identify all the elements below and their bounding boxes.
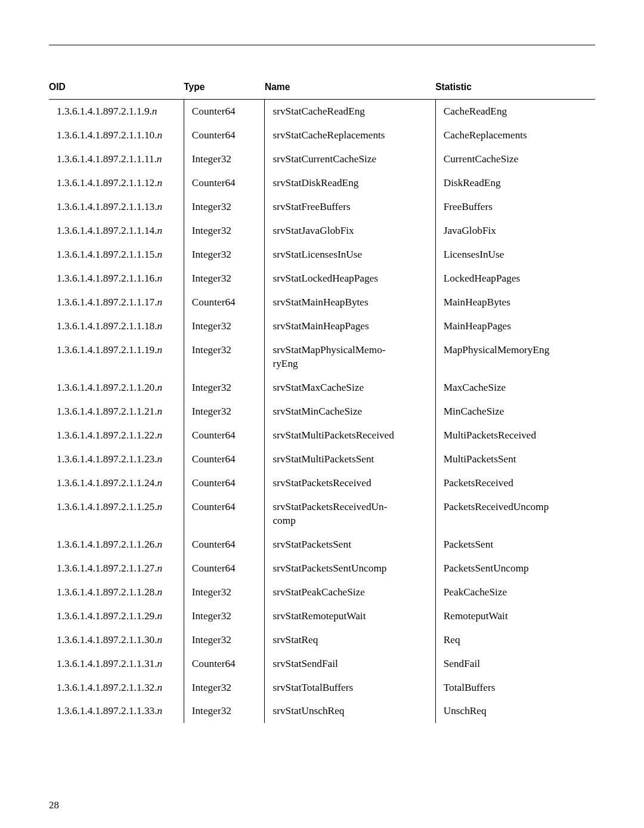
oid-suffix: n: [157, 225, 163, 236]
oid-prefix: 1.3.6.1.4.1.897.2.1.1.14.: [57, 225, 157, 236]
type-cell: Integer32: [184, 195, 265, 219]
oid-cell: 1.3.6.1.4.1.897.2.1.1.16.n: [49, 267, 184, 291]
type-cell: Counter64: [184, 471, 265, 495]
statistic-cell: LicensesInUse: [435, 243, 595, 267]
table-row: 1.3.6.1.4.1.897.2.1.1.16.nInteger32srvSt…: [49, 267, 595, 291]
table-row: 1.3.6.1.4.1.897.2.1.1.29.nInteger32srvSt…: [49, 604, 595, 628]
oid-prefix: 1.3.6.1.4.1.897.2.1.1.21.: [57, 406, 157, 417]
statistic-cell: CacheReadEng: [435, 100, 595, 123]
statistic-cell: MultiPacketsSent: [435, 447, 595, 471]
name-cell: srvStatMaxCacheSize: [265, 376, 435, 400]
table-row: 1.3.6.1.4.1.897.2.1.1.18.nInteger32srvSt…: [49, 314, 595, 338]
table-row: 1.3.6.1.4.1.897.2.1.1.9.nCounter64srvSta…: [49, 100, 595, 123]
oid-prefix: 1.3.6.1.4.1.897.2.1.1.27.: [57, 563, 157, 574]
name-cell: srvStatFreeBuffers: [265, 195, 435, 219]
type-cell: Integer32: [184, 219, 265, 243]
oid-cell: 1.3.6.1.4.1.897.2.1.1.29.n: [49, 604, 184, 628]
name-cell: srvStatPacketsReceived: [265, 471, 435, 495]
oid-suffix: n: [157, 153, 162, 165]
oid-prefix: 1.3.6.1.4.1.897.2.1.1.15.: [57, 249, 157, 260]
name-cell: srvStatPeakCacheSize: [265, 580, 435, 604]
name-cell: srvStatTotalBuffers: [265, 675, 435, 699]
oid-prefix: 1.3.6.1.4.1.897.2.1.1.26.: [57, 539, 157, 550]
header-stat: Statistic: [435, 78, 595, 100]
statistic-cell: LockedHeapPages: [435, 267, 595, 291]
header-type: Type: [184, 78, 265, 100]
oid-prefix: 1.3.6.1.4.1.897.2.1.1.31.: [57, 658, 157, 669]
table-row: 1.3.6.1.4.1.897.2.1.1.14.nInteger32srvSt…: [49, 219, 595, 243]
oid-prefix: 1.3.6.1.4.1.897.2.1.1.9.: [57, 106, 152, 117]
type-cell: Counter64: [184, 123, 265, 147]
name-cell: srvStatMainHeapPages: [265, 314, 435, 338]
oid-suffix: n: [157, 453, 163, 465]
table-row: 1.3.6.1.4.1.897.2.1.1.33.nInteger32srvSt…: [49, 699, 595, 723]
statistic-cell: DiskReadEng: [435, 171, 595, 195]
oid-suffix: n: [157, 177, 163, 189]
statistic-cell: PacketsReceivedUncomp: [435, 495, 595, 532]
name-cell: srvStatMultiPacketsSent: [265, 447, 435, 471]
table-row: 1.3.6.1.4.1.897.2.1.1.10.nCounter64srvSt…: [49, 123, 595, 147]
statistic-cell: RemoteputWait: [435, 604, 595, 628]
oid-prefix: 1.3.6.1.4.1.897.2.1.1.29.: [57, 610, 157, 622]
type-cell: Counter64: [184, 447, 265, 471]
oid-cell: 1.3.6.1.4.1.897.2.1.1.15.n: [49, 243, 184, 267]
statistic-cell: PacketsSentUncomp: [435, 557, 595, 580]
table-row: 1.3.6.1.4.1.897.2.1.1.24.nCounter64srvSt…: [49, 471, 595, 495]
oid-cell: 1.3.6.1.4.1.897.2.1.1.10.n: [49, 123, 184, 147]
oid-prefix: 1.3.6.1.4.1.897.2.1.1.13.: [57, 201, 157, 212]
name-cell: srvStatMapPhysicalMemo- ryEng: [265, 338, 435, 375]
oid-prefix: 1.3.6.1.4.1.897.2.1.1.24.: [57, 477, 157, 489]
oid-suffix: n: [157, 201, 163, 212]
oid-suffix: n: [157, 634, 163, 645]
type-cell: Integer32: [184, 580, 265, 604]
statistic-cell: MainHeapPages: [435, 314, 595, 338]
oid-prefix: 1.3.6.1.4.1.897.2.1.1.16.: [57, 273, 157, 284]
oid-suffix: n: [157, 129, 163, 141]
name-cell: srvStatCacheReadEng: [265, 100, 435, 123]
oid-suffix: n: [152, 106, 157, 117]
name-cell: srvStatRemoteputWait: [265, 604, 435, 628]
type-cell: Integer32: [184, 147, 265, 171]
table-row: 1.3.6.1.4.1.897.2.1.1.31.nCounter64srvSt…: [49, 651, 595, 675]
oid-cell: 1.3.6.1.4.1.897.2.1.1.21.n: [49, 400, 184, 424]
table-row: 1.3.6.1.4.1.897.2.1.1.21.nInteger32srvSt…: [49, 400, 595, 424]
oid-cell: 1.3.6.1.4.1.897.2.1.1.23.n: [49, 447, 184, 471]
name-cell: srvStatPacketsSentUncomp: [265, 557, 435, 580]
oid-cell: 1.3.6.1.4.1.897.2.1.1.14.n: [49, 219, 184, 243]
oid-prefix: 1.3.6.1.4.1.897.2.1.1.23.: [57, 453, 157, 465]
table-row: 1.3.6.1.4.1.897.2.1.1.32.nInteger32srvSt…: [49, 675, 595, 699]
name-cell: srvStatMultiPacketsReceived: [265, 424, 435, 447]
table-header-row: OID Type Name Statistic: [49, 78, 595, 100]
statistic-cell: PeakCacheSize: [435, 580, 595, 604]
oid-cell: 1.3.6.1.4.1.897.2.1.1.33.n: [49, 699, 184, 723]
type-cell: Counter64: [184, 495, 265, 532]
oid-cell: 1.3.6.1.4.1.897.2.1.1.18.n: [49, 314, 184, 338]
name-cell: srvStatDiskReadEng: [265, 171, 435, 195]
type-cell: Integer32: [184, 604, 265, 628]
name-cell: srvStatReq: [265, 628, 435, 651]
oid-suffix: n: [157, 406, 163, 417]
table-row: 1.3.6.1.4.1.897.2.1.1.30.nInteger32srvSt…: [49, 628, 595, 651]
oid-suffix: n: [157, 705, 163, 716]
oid-prefix: 1.3.6.1.4.1.897.2.1.1.11.: [57, 153, 157, 165]
table-row: 1.3.6.1.4.1.897.2.1.1.27.nCounter64srvSt…: [49, 557, 595, 580]
statistic-cell: MinCacheSize: [435, 400, 595, 424]
name-cell: srvStatMinCacheSize: [265, 400, 435, 424]
oid-cell: 1.3.6.1.4.1.897.2.1.1.25.n: [49, 495, 184, 532]
oid-suffix: n: [157, 249, 163, 260]
table-row: 1.3.6.1.4.1.897.2.1.1.26.nCounter64srvSt…: [49, 533, 595, 557]
oid-prefix: 1.3.6.1.4.1.897.2.1.1.33.: [57, 705, 157, 716]
name-cell: srvStatMainHeapBytes: [265, 291, 435, 314]
table-row: 1.3.6.1.4.1.897.2.1.1.17.nCounter64srvSt…: [49, 291, 595, 314]
name-cell: srvStatCurrentCacheSize: [265, 147, 435, 171]
type-cell: Counter64: [184, 424, 265, 447]
type-cell: Integer32: [184, 376, 265, 400]
name-cell: srvStatCacheReplacements: [265, 123, 435, 147]
statistic-cell: UnschReq: [435, 699, 595, 723]
type-cell: Counter64: [184, 651, 265, 675]
oid-suffix: n: [157, 320, 163, 332]
oid-prefix: 1.3.6.1.4.1.897.2.1.1.32.: [57, 682, 157, 693]
statistic-cell: MapPhysicalMemoryEng: [435, 338, 595, 375]
oid-suffix: n: [157, 273, 163, 284]
oid-cell: 1.3.6.1.4.1.897.2.1.1.31.n: [49, 651, 184, 675]
